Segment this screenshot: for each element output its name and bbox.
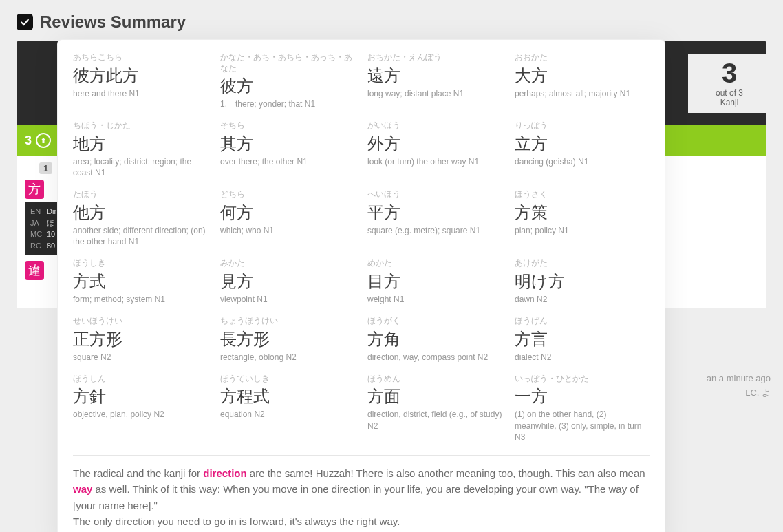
vocab-entry[interactable]: みかた見方viewpoint N1 — [220, 258, 355, 305]
vocab-gloss: rectangle, oblong N2 — [220, 352, 355, 363]
vocab-reading: りっぽう — [515, 120, 650, 131]
vocab-reading: ほうがく — [367, 316, 502, 327]
score-label: Kanji — [695, 98, 764, 107]
vocab-gloss: equation N2 — [220, 409, 355, 420]
vocab-kanji: 方針 — [73, 385, 208, 407]
vocab-reading: どちら — [220, 189, 355, 200]
footer-meta: an a minute ago LC, よ — [707, 372, 771, 401]
vocab-reading: そちら — [220, 120, 355, 131]
vocab-kanji: 目方 — [367, 270, 502, 292]
vocab-kanji: 正方形 — [73, 328, 208, 350]
vocab-reading: おちかた・えんぽう — [367, 52, 502, 63]
vocab-gloss: another side; different direction; (on) … — [73, 225, 208, 247]
vocab-gloss: over there; the other N1 — [220, 156, 355, 167]
footer-credits: LC, よ — [707, 386, 771, 401]
vocab-reading: かなた・あち・あちら・あっち・あなた — [220, 52, 355, 74]
blurb-keyword-direction: direction — [203, 467, 246, 479]
stat-en-value: Dir — [47, 206, 56, 217]
vocab-kanji: 明け方 — [515, 270, 650, 292]
vocab-entry[interactable]: ほうめん方面direction, district, field (e.g., … — [367, 374, 502, 443]
stat-rc-value: 80 — [47, 240, 55, 252]
vocab-reading: おおかた — [515, 52, 650, 63]
stat-ja-value: ほ — [47, 217, 54, 229]
vocab-reading: ほうしき — [73, 258, 208, 269]
vocab-reading: いっぽう・ひとかた — [515, 374, 650, 385]
vocab-gloss: area; locality; district; region; the co… — [73, 156, 208, 178]
vocab-entry[interactable]: ほうがく方角direction, way, compass point N2 — [367, 316, 502, 363]
vocab-entry[interactable]: そちら其方over there; the other N1 — [220, 120, 355, 178]
vocab-kanji: 彼方此方 — [73, 65, 208, 87]
vocab-reading: ほうていしき — [220, 374, 355, 385]
vocab-kanji: 外方 — [367, 133, 502, 155]
vocab-reading: ほうげん — [515, 316, 650, 327]
blurb-text-2: The only direction you need to go in is … — [73, 515, 400, 527]
vocab-gloss: form; method; system N1 — [73, 294, 208, 305]
level-dash: — — [25, 163, 34, 173]
vocab-entry[interactable]: ほうげん方言dialect N2 — [515, 316, 650, 363]
stat-mc-label: MC — [30, 228, 44, 240]
vocab-reading: あけがた — [515, 258, 650, 269]
vocab-entry[interactable]: へいほう平方square (e.g. metre); square N1 — [367, 189, 502, 247]
vocab-gloss: dancing (geisha) N1 — [515, 156, 650, 167]
vocab-entry[interactable]: あけがた明け方dawn N2 — [515, 258, 650, 305]
vocab-entry[interactable]: おちかた・えんぽう遠方long way; distant place N1 — [367, 52, 502, 109]
vocab-reading: ほうさく — [515, 189, 650, 200]
vocab-entry[interactable]: ほうさく方策plan; policy N1 — [515, 189, 650, 247]
vocab-entry[interactable]: がいほう外方look (or turn) the other way N1 — [367, 120, 502, 178]
stat-ja-label: JA — [30, 217, 44, 229]
vocab-entry[interactable]: めかた目方weight N1 — [367, 258, 502, 305]
vocab-gloss: square (e.g. metre); square N1 — [367, 225, 502, 236]
blurb-text: The radical and the kanji for — [73, 467, 203, 479]
vocab-gloss: long way; distant place N1 — [367, 88, 502, 99]
vocab-entry[interactable]: ちょうほうけい長方形rectangle, oblong N2 — [220, 316, 355, 363]
vocab-reading: たほう — [73, 189, 208, 200]
vocab-entry[interactable]: ほうしき方式form; method; system N1 — [73, 258, 208, 305]
vocab-kanji: 方面 — [367, 385, 502, 407]
vocab-entry[interactable]: ほうていしき方程式equation N2 — [220, 374, 355, 443]
vocab-kanji: 何方 — [220, 202, 355, 224]
vocab-gloss: direction, way, compass point N2 — [367, 352, 502, 363]
vocab-entry[interactable]: たほう他方another side; different direction; … — [73, 189, 208, 247]
vocab-entry[interactable]: いっぽう・ひとかた一方(1) on the other hand, (2) me… — [515, 374, 650, 443]
vocab-entry[interactable]: かなた・あち・あちら・あっち・あなた彼方1. there; yonder; th… — [220, 52, 355, 109]
kanji-chip[interactable]: 方 — [25, 180, 44, 199]
vocab-kanji: 遠方 — [367, 65, 502, 87]
vocab-entry[interactable]: どちら何方which; who N1 — [220, 189, 355, 247]
vocab-kanji: 立方 — [515, 133, 650, 155]
vocab-entry[interactable]: あちらこちら彼方此方here and there N1 — [73, 52, 208, 109]
blurb-keyword-way: way — [73, 483, 92, 495]
reviews-check-icon — [17, 14, 33, 30]
panel-divider — [73, 455, 650, 456]
vocab-kanji: 其方 — [220, 133, 355, 155]
vocab-gloss: look (or turn) the other way N1 — [367, 156, 502, 167]
vocab-reading: ちょうほうけい — [220, 316, 355, 327]
vocab-kanji: 彼方 — [220, 75, 355, 97]
vocab-gloss: objective, plan, policy N2 — [73, 409, 208, 420]
blurb-text: are the same! Huzzah! There is also anot… — [247, 467, 645, 479]
vocab-entry[interactable]: せいほうけい正方形square N2 — [73, 316, 208, 363]
vocab-kanji: 方程式 — [220, 385, 355, 407]
vocab-gloss: square N2 — [73, 352, 208, 363]
vocab-gloss: here and there N1 — [73, 88, 208, 99]
stat-en-label: EN — [30, 206, 44, 217]
vocab-reading: へいほう — [367, 189, 502, 200]
vocab-gloss: direction, district, field (e.g., of stu… — [367, 409, 502, 431]
vocab-reading: せいほうけい — [73, 316, 208, 327]
vocab-grid: あちらこちら彼方此方here and there N1かなた・あち・あちら・あっ… — [73, 52, 650, 443]
vocab-kanji: 方策 — [515, 202, 650, 224]
vocab-entry[interactable]: おおかた大方perhaps; almost all; majority N1 — [515, 52, 650, 109]
expand-up-icon[interactable] — [36, 133, 51, 148]
vocab-gloss: perhaps; almost all; majority N1 — [515, 88, 650, 99]
kanji-chip-alt[interactable]: 違 — [25, 261, 44, 280]
vocab-gloss: which; who N1 — [220, 225, 355, 236]
vocab-reading: ほうめん — [367, 374, 502, 385]
vocab-kanji: 見方 — [220, 270, 355, 292]
vocab-entry[interactable]: りっぽう立方dancing (geisha) N1 — [515, 120, 650, 178]
vocab-gloss: weight N1 — [367, 294, 502, 305]
vocab-kanji: 長方形 — [220, 328, 355, 350]
vocab-entry[interactable]: ちほう・じかた地方area; locality; district; regio… — [73, 120, 208, 178]
vocab-kanji: 大方 — [515, 65, 650, 87]
mnemonic-blurb: The radical and the kanji for direction … — [73, 465, 650, 529]
vocab-kanji: 平方 — [367, 202, 502, 224]
vocab-entry[interactable]: ほうしん方針objective, plan, policy N2 — [73, 374, 208, 443]
